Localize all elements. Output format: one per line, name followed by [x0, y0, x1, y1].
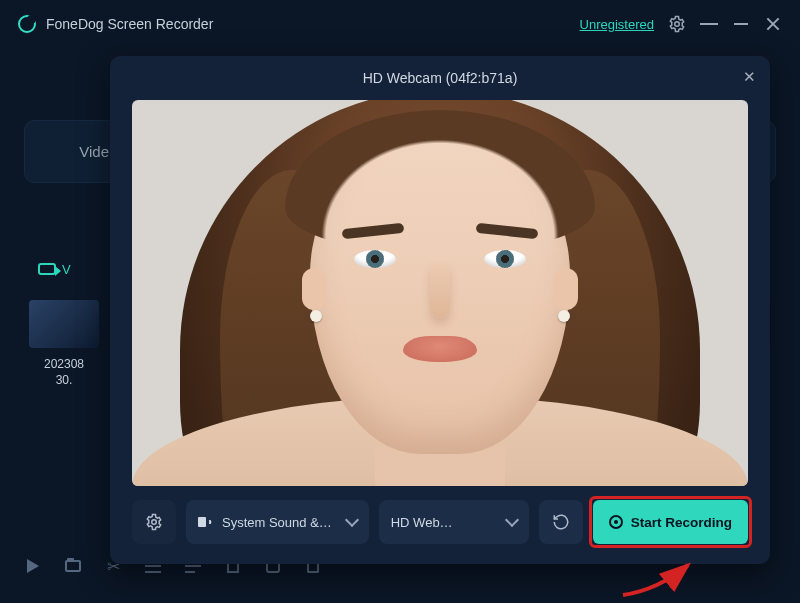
- chevron-down-icon: [345, 513, 359, 527]
- filter-label: V: [62, 262, 71, 277]
- recording-thumb-left[interactable]: 20230830.: [24, 300, 104, 388]
- modal-controls: System Sound &… HD Web… Start Recording: [110, 500, 770, 564]
- close-window-button[interactable]: [764, 15, 782, 33]
- close-icon[interactable]: ✕: [743, 68, 756, 86]
- app-logo-icon: [18, 15, 36, 33]
- camera-source-label: HD Web…: [391, 515, 497, 530]
- svg-point-1: [152, 520, 157, 525]
- annotation-arrow: [618, 560, 718, 600]
- folder-icon[interactable]: [64, 557, 82, 575]
- app-title: FoneDog Screen Recorder: [46, 16, 213, 32]
- chevron-down-icon: [505, 513, 519, 527]
- thumbnail-label: 20230830.: [44, 356, 84, 388]
- menu-icon[interactable]: [700, 15, 718, 33]
- minimize-button[interactable]: [732, 15, 750, 33]
- record-icon: [609, 515, 623, 529]
- svg-point-0: [675, 22, 680, 27]
- settings-gear-icon[interactable]: [668, 15, 686, 33]
- title-bar: FoneDog Screen Recorder Unregistered: [0, 0, 800, 48]
- start-recording-button[interactable]: Start Recording: [593, 500, 748, 544]
- start-recording-label: Start Recording: [631, 515, 732, 530]
- speaker-icon: [198, 517, 212, 527]
- modal-title: HD Webcam (04f2:b71a) ✕: [110, 56, 770, 100]
- mode-card-left[interactable]: Vide: [24, 120, 124, 183]
- camera-icon: [38, 263, 56, 275]
- start-recording-wrap: Start Recording: [593, 500, 748, 544]
- audio-source-dropdown[interactable]: System Sound &…: [186, 500, 369, 544]
- audio-source-label: System Sound &…: [222, 515, 337, 530]
- webcam-modal: HD Webcam (04f2:b71a) ✕ System Sound &: [110, 56, 770, 564]
- webcam-preview: [132, 100, 748, 486]
- filter-webcam-tab[interactable]: V: [24, 258, 71, 280]
- thumbnail-image: [29, 300, 99, 348]
- recorder-settings-button[interactable]: [132, 500, 176, 544]
- unregistered-link[interactable]: Unregistered: [580, 17, 654, 32]
- play-icon[interactable]: [24, 557, 42, 575]
- refresh-button[interactable]: [539, 500, 583, 544]
- camera-source-dropdown[interactable]: HD Web…: [379, 500, 529, 544]
